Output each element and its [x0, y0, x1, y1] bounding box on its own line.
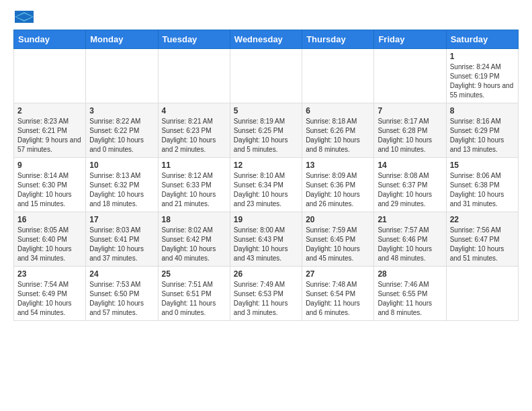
day-number: 26 [234, 269, 298, 279]
day-info: Sunrise: 8:05 AM Sunset: 6:40 PM Dayligh… [17, 226, 82, 263]
calendar-cell: 5Sunrise: 8:19 AM Sunset: 6:25 PM Daylig… [230, 103, 302, 158]
calendar-cell: 19Sunrise: 8:00 AM Sunset: 6:43 PM Dayli… [230, 212, 302, 267]
day-info: Sunrise: 8:00 AM Sunset: 6:43 PM Dayligh… [234, 226, 298, 263]
day-number: 23 [17, 269, 82, 279]
calendar-week-3: 16Sunrise: 8:05 AM Sunset: 6:40 PM Dayli… [14, 212, 519, 267]
calendar-cell: 28Sunrise: 7:46 AM Sunset: 6:55 PM Dayli… [374, 267, 446, 321]
calendar-table: SundayMondayTuesdayWednesdayThursdayFrid… [13, 30, 519, 321]
calendar-cell [302, 49, 374, 103]
calendar-header-wednesday: Wednesday [230, 30, 302, 49]
calendar-cell: 4Sunrise: 8:21 AM Sunset: 6:23 PM Daylig… [158, 103, 230, 158]
day-info: Sunrise: 8:09 AM Sunset: 6:36 PM Dayligh… [306, 171, 370, 209]
day-info: Sunrise: 8:10 AM Sunset: 6:34 PM Dayligh… [234, 171, 298, 209]
calendar-week-0: 1Sunrise: 8:24 AM Sunset: 6:19 PM Daylig… [14, 49, 519, 103]
calendar-cell: 12Sunrise: 8:10 AM Sunset: 6:34 PM Dayli… [230, 158, 302, 212]
day-number: 25 [162, 269, 226, 279]
day-number: 17 [89, 215, 154, 224]
day-number: 13 [306, 161, 370, 170]
day-number: 7 [378, 106, 442, 116]
day-info: Sunrise: 7:57 AM Sunset: 6:46 PM Dayligh… [378, 226, 442, 263]
calendar-cell: 14Sunrise: 8:08 AM Sunset: 6:37 PM Dayli… [374, 158, 446, 212]
calendar-cell: 17Sunrise: 8:03 AM Sunset: 6:41 PM Dayli… [86, 212, 158, 267]
calendar-cell: 3Sunrise: 8:22 AM Sunset: 6:22 PM Daylig… [86, 103, 158, 158]
logo [13, 11, 34, 23]
day-info: Sunrise: 8:02 AM Sunset: 6:42 PM Dayligh… [162, 226, 226, 263]
calendar-cell: 22Sunrise: 7:56 AM Sunset: 6:47 PM Dayli… [446, 212, 518, 267]
day-info: Sunrise: 8:23 AM Sunset: 6:21 PM Dayligh… [17, 117, 82, 154]
calendar-header-row: SundayMondayTuesdayWednesdayThursdayFrid… [14, 30, 519, 49]
calendar-cell: 11Sunrise: 8:12 AM Sunset: 6:33 PM Dayli… [158, 158, 230, 212]
calendar-cell: 16Sunrise: 8:05 AM Sunset: 6:40 PM Dayli… [14, 212, 86, 267]
day-info: Sunrise: 8:21 AM Sunset: 6:23 PM Dayligh… [162, 117, 226, 154]
day-info: Sunrise: 8:14 AM Sunset: 6:30 PM Dayligh… [17, 171, 82, 209]
calendar-cell: 15Sunrise: 8:06 AM Sunset: 6:38 PM Dayli… [446, 158, 518, 212]
calendar-cell: 1Sunrise: 8:24 AM Sunset: 6:19 PM Daylig… [446, 49, 518, 103]
calendar-header-friday: Friday [374, 30, 446, 49]
calendar-cell [158, 49, 230, 103]
calendar-header-monday: Monday [86, 30, 158, 49]
day-info: Sunrise: 8:19 AM Sunset: 6:25 PM Dayligh… [234, 117, 298, 154]
day-number: 14 [378, 161, 442, 170]
calendar-cell: 24Sunrise: 7:53 AM Sunset: 6:50 PM Dayli… [86, 267, 158, 321]
calendar-cell [374, 49, 446, 103]
calendar-cell [230, 49, 302, 103]
day-info: Sunrise: 7:54 AM Sunset: 6:49 PM Dayligh… [17, 280, 82, 318]
calendar-cell: 27Sunrise: 7:48 AM Sunset: 6:54 PM Dayli… [302, 267, 374, 321]
day-info: Sunrise: 8:17 AM Sunset: 6:28 PM Dayligh… [378, 117, 442, 154]
calendar-header-thursday: Thursday [302, 30, 374, 49]
calendar-cell: 20Sunrise: 7:59 AM Sunset: 6:45 PM Dayli… [302, 212, 374, 267]
day-info: Sunrise: 8:18 AM Sunset: 6:26 PM Dayligh… [306, 117, 370, 154]
calendar-cell: 26Sunrise: 7:49 AM Sunset: 6:53 PM Dayli… [230, 267, 302, 321]
day-info: Sunrise: 7:56 AM Sunset: 6:47 PM Dayligh… [450, 226, 515, 263]
calendar-cell [86, 49, 158, 103]
day-number: 20 [306, 215, 370, 224]
calendar-cell: 21Sunrise: 7:57 AM Sunset: 6:46 PM Dayli… [374, 212, 446, 267]
day-info: Sunrise: 8:06 AM Sunset: 6:38 PM Dayligh… [450, 171, 515, 209]
day-info: Sunrise: 7:49 AM Sunset: 6:53 PM Dayligh… [234, 280, 298, 318]
calendar-cell: 8Sunrise: 8:16 AM Sunset: 6:29 PM Daylig… [446, 103, 518, 158]
calendar-cell: 18Sunrise: 8:02 AM Sunset: 6:42 PM Dayli… [158, 212, 230, 267]
calendar-cell: 23Sunrise: 7:54 AM Sunset: 6:49 PM Dayli… [14, 267, 86, 321]
day-info: Sunrise: 7:48 AM Sunset: 6:54 PM Dayligh… [306, 280, 370, 318]
calendar-cell [14, 49, 86, 103]
calendar-cell: 6Sunrise: 8:18 AM Sunset: 6:26 PM Daylig… [302, 103, 374, 158]
day-number: 6 [306, 106, 370, 116]
day-number: 2 [17, 106, 82, 116]
calendar-cell: 25Sunrise: 7:51 AM Sunset: 6:51 PM Dayli… [158, 267, 230, 321]
page: SundayMondayTuesdayWednesdayThursdayFrid… [0, 0, 532, 332]
calendar-cell: 7Sunrise: 8:17 AM Sunset: 6:28 PM Daylig… [374, 103, 446, 158]
day-number: 21 [378, 215, 442, 224]
day-number: 15 [450, 161, 515, 170]
day-info: Sunrise: 8:13 AM Sunset: 6:32 PM Dayligh… [89, 171, 154, 209]
day-info: Sunrise: 7:53 AM Sunset: 6:50 PM Dayligh… [89, 280, 154, 318]
calendar-cell: 10Sunrise: 8:13 AM Sunset: 6:32 PM Dayli… [86, 158, 158, 212]
day-number: 19 [234, 215, 298, 224]
day-info: Sunrise: 8:22 AM Sunset: 6:22 PM Dayligh… [89, 117, 154, 154]
day-info: Sunrise: 8:12 AM Sunset: 6:33 PM Dayligh… [162, 171, 226, 209]
calendar-cell: 13Sunrise: 8:09 AM Sunset: 6:36 PM Dayli… [302, 158, 374, 212]
logo-flag-icon [15, 11, 34, 23]
day-number: 1 [450, 52, 515, 61]
day-number: 4 [162, 106, 226, 116]
header [13, 11, 519, 23]
calendar-week-2: 9Sunrise: 8:14 AM Sunset: 6:30 PM Daylig… [14, 158, 519, 212]
day-number: 5 [234, 106, 298, 116]
calendar-header-saturday: Saturday [446, 30, 518, 49]
calendar-header-tuesday: Tuesday [158, 30, 230, 49]
day-info: Sunrise: 7:51 AM Sunset: 6:51 PM Dayligh… [162, 280, 226, 318]
day-number: 24 [89, 269, 154, 279]
day-number: 22 [450, 215, 515, 224]
day-number: 16 [17, 215, 82, 224]
day-info: Sunrise: 8:08 AM Sunset: 6:37 PM Dayligh… [378, 171, 442, 209]
calendar-cell: 2Sunrise: 8:23 AM Sunset: 6:21 PM Daylig… [14, 103, 86, 158]
day-info: Sunrise: 8:16 AM Sunset: 6:29 PM Dayligh… [450, 117, 515, 154]
calendar-cell [446, 267, 518, 321]
day-info: Sunrise: 7:59 AM Sunset: 6:45 PM Dayligh… [306, 226, 370, 263]
calendar-cell: 9Sunrise: 8:14 AM Sunset: 6:30 PM Daylig… [14, 158, 86, 212]
day-number: 18 [162, 215, 226, 224]
calendar-week-1: 2Sunrise: 8:23 AM Sunset: 6:21 PM Daylig… [14, 103, 519, 158]
day-number: 28 [378, 269, 442, 279]
day-info: Sunrise: 8:24 AM Sunset: 6:19 PM Dayligh… [450, 62, 515, 100]
calendar-header-sunday: Sunday [14, 30, 86, 49]
day-number: 8 [450, 106, 515, 116]
